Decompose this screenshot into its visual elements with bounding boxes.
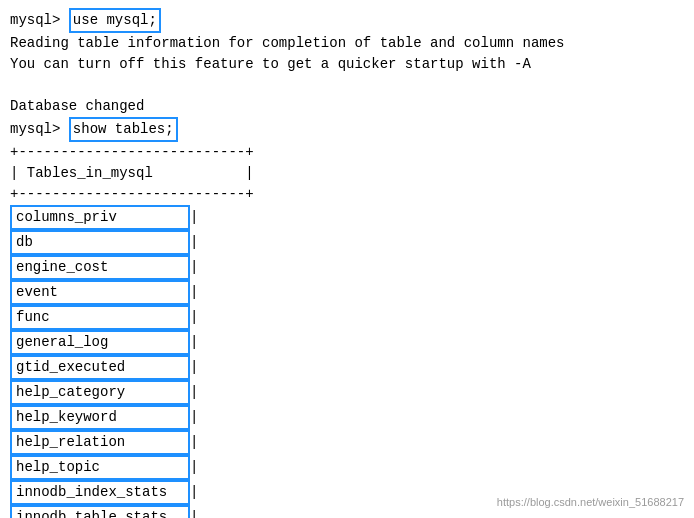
- watermark: https://blog.csdn.net/weixin_51688217: [497, 496, 684, 508]
- command-line-1: mysql> use mysql;: [10, 8, 684, 33]
- table-row: help_category |: [10, 380, 684, 405]
- table-pipe-right: |: [190, 507, 198, 518]
- table-row: help_relation |: [10, 430, 684, 455]
- table-row: columns_priv |: [10, 205, 684, 230]
- table-row: gtid_executed |: [10, 355, 684, 380]
- table-pipe-right: |: [190, 232, 198, 253]
- table-cell-name: engine_cost: [10, 255, 190, 280]
- table-cell-name: help_keyword: [10, 405, 190, 430]
- table-cell-name: gtid_executed: [10, 355, 190, 380]
- prompt-2: mysql>: [10, 119, 60, 140]
- table-pipe-right: |: [190, 382, 198, 403]
- table-header: | Tables_in_mysql |: [10, 163, 684, 184]
- table-row: help_keyword |: [10, 405, 684, 430]
- table-cell-name: db: [10, 230, 190, 255]
- table-row: func |: [10, 305, 684, 330]
- table-cell-name: innodb_table_stats: [10, 505, 190, 518]
- prompt-1: mysql>: [10, 10, 60, 31]
- command-line-2: mysql> show tables;: [10, 117, 684, 142]
- table-cell-name: help_category: [10, 380, 190, 405]
- terminal-window: mysql> use mysql; Reading table informat…: [0, 0, 694, 518]
- table-pipe-right: |: [190, 482, 198, 503]
- info-line-3: Database changed: [10, 96, 684, 117]
- table-pipe-right: |: [190, 207, 198, 228]
- table-pipe-right: |: [190, 257, 198, 278]
- table-row: db |: [10, 230, 684, 255]
- blank-line-1: [10, 75, 684, 96]
- command-2-space: [60, 119, 68, 140]
- command-box-2: show tables;: [69, 117, 178, 142]
- table-pipe-right: |: [190, 282, 198, 303]
- table-rows: columns_priv |db |engine_cost |event |fu…: [10, 205, 684, 518]
- table-pipe-right: |: [190, 307, 198, 328]
- table-cell-name: innodb_index_stats: [10, 480, 190, 505]
- table-pipe-right: |: [190, 432, 198, 453]
- table-row: event |: [10, 280, 684, 305]
- table-cell-name: help_topic: [10, 455, 190, 480]
- table-pipe-right: |: [190, 407, 198, 428]
- info-line-2: You can turn off this feature to get a q…: [10, 54, 684, 75]
- table-pipe-right: |: [190, 357, 198, 378]
- table-pipe-right: |: [190, 332, 198, 353]
- info-line-1: Reading table information for completion…: [10, 33, 684, 54]
- table-cell-name: general_log: [10, 330, 190, 355]
- table-cell-name: event: [10, 280, 190, 305]
- table-row: engine_cost |: [10, 255, 684, 280]
- table-row: general_log |: [10, 330, 684, 355]
- command-box-1: use mysql;: [69, 8, 161, 33]
- table-cell-name: columns_priv: [10, 205, 190, 230]
- table-pipe-right: |: [190, 457, 198, 478]
- table-border-top: +---------------------------+: [10, 142, 684, 163]
- table-cell-name: help_relation: [10, 430, 190, 455]
- table-cell-name: func: [10, 305, 190, 330]
- table-border-mid: +---------------------------+: [10, 184, 684, 205]
- command-1-text: [60, 10, 68, 31]
- table-row: help_topic |: [10, 455, 684, 480]
